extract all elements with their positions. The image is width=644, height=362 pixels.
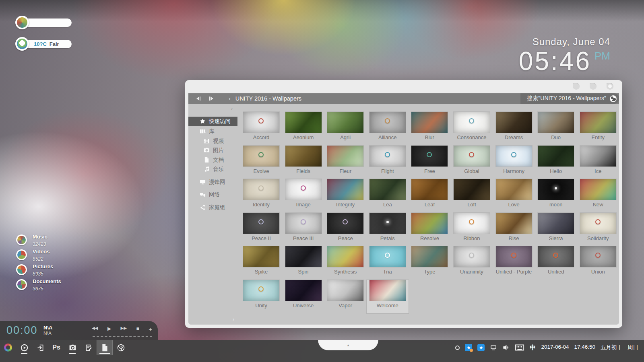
sidebar-collapse-icon[interactable]: ‹: [231, 106, 233, 112]
tray-ring-icon[interactable]: [455, 346, 460, 350]
maximize-button[interactable]: [590, 83, 597, 90]
sidebar-item-documents[interactable]: 文档: [188, 155, 237, 165]
wallpaper-item[interactable]: Ribbon: [451, 213, 493, 246]
wallpaper-item[interactable]: New: [577, 179, 619, 212]
wallpaper-item[interactable]: Unity: [240, 280, 282, 313]
tray-translator-icon[interactable]: ★: [465, 344, 472, 351]
wallpaper-item[interactable]: Harmony: [493, 146, 535, 179]
wallpaper-item[interactable]: Consonance: [451, 112, 493, 145]
wallpaper-item[interactable]: Blur: [409, 112, 450, 145]
wallpaper-item[interactable]: Spike: [240, 246, 282, 280]
media-prev-button[interactable]: ◀◀: [92, 326, 98, 333]
wallpaper-item[interactable]: Unified - Purple: [493, 246, 535, 280]
wallpaper-item[interactable]: Accord: [240, 112, 282, 145]
counter-documents[interactable]: Documents 3675: [16, 279, 61, 290]
wallpaper-item[interactable]: Agrii: [324, 112, 366, 145]
wallpaper-item[interactable]: Welcome: [367, 280, 409, 313]
search-globe-icon[interactable]: [610, 95, 617, 102]
dock-reveal-handle[interactable]: ▲: [318, 340, 378, 350]
ime-indicator[interactable]: 中: [530, 344, 536, 352]
wallpaper-item[interactable]: Synthesis: [324, 246, 366, 280]
wallpaper-item[interactable]: Peace: [324, 213, 366, 246]
wallpaper-item[interactable]: Solidarity: [577, 213, 619, 246]
volume-icon[interactable]: [502, 344, 510, 351]
breadcrumb[interactable]: UNITY 2016 - Wallpapers: [235, 95, 301, 102]
launcher-widget-icon[interactable]: [15, 16, 29, 29]
weather-widget-icon[interactable]: [15, 37, 29, 51]
sidebar-item-libraries[interactable]: 库: [188, 127, 237, 136]
wallpaper-item[interactable]: Image: [283, 179, 324, 212]
wallpaper-item[interactable]: Universe: [283, 280, 324, 313]
weather-widget[interactable]: 10?C Fair: [15, 37, 72, 51]
forward-button[interactable]: [209, 97, 213, 101]
wallpaper-item[interactable]: Flight: [367, 146, 409, 179]
sidebar-item-quick-access[interactable]: 快速访问: [188, 117, 237, 126]
sidebar-item-homegroup[interactable]: 家庭组: [188, 203, 237, 212]
wallpaper-item[interactable]: Vapor: [324, 280, 366, 313]
media-add-button[interactable]: +: [149, 326, 152, 333]
search-box[interactable]: 搜索"UNITY 2016 - Wallpapers": [520, 93, 619, 104]
counter-videos[interactable]: Videos 8522: [16, 249, 61, 260]
wallpaper-item[interactable]: Love: [493, 179, 535, 212]
wallpaper-item[interactable]: Aeonium: [283, 112, 324, 145]
wallpaper-item[interactable]: Unified: [535, 246, 577, 280]
wallpaper-item[interactable]: Hello: [535, 146, 577, 179]
wallpaper-item[interactable]: Rise: [493, 213, 535, 246]
counter-pictures[interactable]: Pictures 8935: [16, 264, 61, 275]
sidebar-item-videos[interactable]: 视频: [188, 136, 237, 146]
wallpaper-item[interactable]: Duo: [535, 112, 577, 145]
wallpaper-item[interactable]: Fields: [283, 146, 324, 179]
wallpaper-item[interactable]: Union: [577, 246, 619, 280]
wallpaper-item[interactable]: Identity: [240, 179, 282, 212]
launcher-widget[interactable]: [15, 16, 72, 29]
close-button[interactable]: [607, 83, 613, 90]
wallpaper-item[interactable]: Alliance: [367, 112, 409, 145]
wallpaper-item[interactable]: Resolve: [409, 213, 450, 246]
back-button[interactable]: [196, 97, 201, 101]
taskbar-photoshop[interactable]: Ps: [48, 340, 64, 355]
tray-clock[interactable]: 2017-06-04 17:46:50 五月初十 周日: [541, 344, 638, 351]
sidebar-item-this-pc[interactable]: 漫锋网: [188, 177, 237, 187]
touch-keyboard-icon[interactable]: [515, 344, 524, 351]
tray-dict-icon[interactable]: ★: [477, 344, 485, 351]
taskbar-screenshot-tool[interactable]: [64, 340, 80, 355]
wallpaper-item[interactable]: Unanimity: [451, 246, 493, 280]
taskbar-colorwheel-launcher[interactable]: [0, 340, 16, 355]
wallpaper-item[interactable]: Type: [409, 246, 450, 280]
media-play-button[interactable]: ▶: [107, 326, 111, 333]
minimize-button[interactable]: [573, 83, 580, 90]
media-stop-button[interactable]: ■: [136, 326, 139, 333]
wallpaper-item[interactable]: Global: [451, 146, 493, 179]
wallpaper-item[interactable]: Petals: [367, 213, 409, 246]
wallpaper-item[interactable]: Peace III: [283, 213, 324, 246]
wallpaper-item[interactable]: Sierra: [535, 213, 577, 246]
media-progress-bar[interactable]: [93, 336, 152, 337]
wallpaper-item[interactable]: Leaf: [409, 179, 450, 212]
media-next-button[interactable]: ▶▶: [121, 326, 127, 333]
sidebar-footer-chevron-icon[interactable]: ›: [233, 317, 234, 322]
wallpaper-item[interactable]: Tria: [367, 246, 409, 280]
wallpaper-item[interactable]: Spin: [283, 246, 324, 280]
wallpaper-item[interactable]: moon: [535, 179, 577, 212]
taskbar-media-player[interactable]: [16, 340, 32, 355]
taskbar-file-explorer[interactable]: [97, 340, 113, 355]
taskbar-browser[interactable]: [113, 340, 129, 355]
wallpaper-item[interactable]: Peace II: [240, 213, 282, 246]
breadcrumb-chevron-icon[interactable]: ›: [229, 95, 231, 102]
wallpaper-item[interactable]: Loft: [451, 179, 493, 212]
wallpaper-item[interactable]: Entity: [577, 112, 619, 145]
network-status-icon[interactable]: [490, 344, 497, 351]
taskbar-launcher[interactable]: [32, 340, 48, 355]
wallpaper-item[interactable]: Free: [409, 146, 450, 179]
window-titlebar[interactable]: [185, 80, 622, 93]
wallpaper-item[interactable]: Fleur: [324, 146, 366, 179]
wallpaper-item[interactable]: Evolve: [240, 146, 282, 179]
weather-widget-pill[interactable]: 10?C Fair: [27, 40, 72, 48]
wallpaper-item[interactable]: Lea: [367, 179, 409, 212]
wallpaper-item[interactable]: Dreams: [493, 112, 535, 145]
sidebar-item-music[interactable]: 音乐: [188, 165, 237, 174]
sidebar-item-network[interactable]: 网络: [188, 190, 237, 199]
wallpaper-item[interactable]: Integrity: [324, 179, 366, 212]
launcher-widget-pill[interactable]: [27, 19, 72, 27]
wallpaper-item[interactable]: Ice: [577, 146, 619, 179]
